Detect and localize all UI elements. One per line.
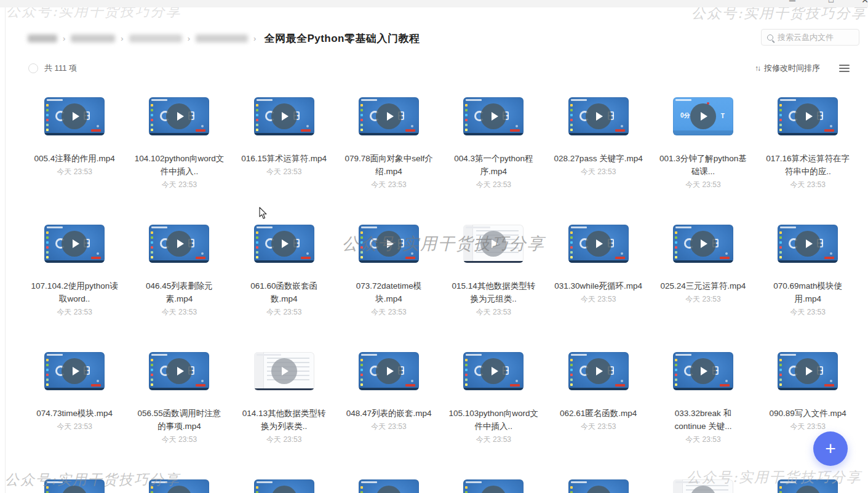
play-icon[interactable] (586, 231, 611, 257)
file-grid-item[interactable]: 005.4注释的作用.mp4 今天 23:53 (22, 97, 127, 225)
file-grid-item[interactable] (441, 479, 546, 493)
video-thumbnail[interactable] (673, 352, 733, 390)
video-thumbnail[interactable] (254, 352, 314, 390)
file-grid-item[interactable] (232, 479, 336, 493)
play-icon[interactable] (480, 103, 506, 129)
video-thumbnail[interactable] (778, 479, 838, 493)
file-grid-item[interactable]: 046.45列表删除元素.mp4 今天 23:53 (127, 225, 231, 352)
video-thumbnail[interactable] (149, 97, 209, 135)
file-grid-item[interactable]: 079.78面向对象中self介绍.mp4 今天 23:53 (336, 97, 441, 225)
video-thumbnail[interactable]: 0分 T (673, 97, 733, 135)
file-grid-item[interactable]: 017.16算术运算符在字符串中的应.. 今天 23:53 (755, 97, 860, 225)
file-name[interactable]: 061.60函数嵌套函数.mp4 (239, 279, 329, 305)
video-thumbnail[interactable] (359, 97, 419, 135)
video-thumbnail[interactable] (463, 352, 524, 390)
play-icon[interactable] (62, 103, 87, 129)
play-icon[interactable] (586, 358, 611, 384)
file-grid-item[interactable]: 033.32break 和 continue 关键... 今天 23:53 (651, 352, 755, 479)
file-name[interactable]: 074.73time模块.mp4 (30, 407, 119, 420)
video-thumbnail[interactable] (149, 225, 209, 263)
file-grid-item[interactable]: 014.13其他数据类型转换为列表类.. 今天 23:53 (232, 352, 336, 479)
file-name[interactable]: 017.16算术运算符在字符串中的应.. (763, 152, 853, 178)
file-name[interactable]: 090.89写入文件.mp4 (763, 407, 853, 420)
file-name[interactable]: 070.69math模块使用.mp4 (763, 279, 853, 305)
file-grid-item[interactable] (336, 479, 441, 493)
file-grid-item[interactable]: 073.72datetime模块.mp4 今天 23:53 (336, 225, 441, 352)
add-file-fab-button[interactable]: + (813, 431, 848, 466)
file-name[interactable]: 001.3分钟了解python基础课... (658, 152, 748, 178)
play-icon[interactable] (480, 358, 506, 384)
file-name[interactable]: 016.15算术运算符.mp4 (239, 152, 329, 165)
file-grid-item[interactable]: 104.102python向word文件中插入.. 今天 23:53 (127, 97, 231, 225)
play-icon[interactable] (62, 231, 87, 257)
video-thumbnail[interactable] (44, 225, 105, 263)
video-thumbnail[interactable] (778, 225, 838, 263)
play-icon[interactable] (376, 486, 402, 493)
play-icon[interactable] (690, 103, 716, 129)
file-name[interactable]: 028.27pass 关键字.mp4 (554, 152, 643, 165)
file-grid-item[interactable]: 028.27pass 关键字.mp4 今天 23:53 (546, 97, 650, 225)
play-icon[interactable] (690, 231, 716, 257)
play-icon[interactable] (795, 358, 821, 384)
play-icon[interactable] (62, 358, 87, 384)
play-icon[interactable] (376, 103, 402, 129)
file-grid-item[interactable] (651, 479, 755, 493)
file-grid-item[interactable]: 031.30while死循环.mp4 今天 23:53 (546, 225, 650, 352)
file-grid-item[interactable]: 061.60函数嵌套函数.mp4 今天 23:53 (232, 225, 336, 352)
play-icon[interactable] (376, 358, 402, 384)
file-name[interactable]: 056.55函数调用时注意的事项.mp4 (134, 407, 224, 433)
file-grid-item[interactable]: 074.73time模块.mp4 今天 23:53 (22, 352, 127, 479)
file-name[interactable]: 079.78面向对象中self介绍.mp4 (344, 152, 434, 178)
file-grid-item[interactable] (127, 479, 231, 493)
video-thumbnail[interactable] (359, 352, 419, 390)
video-thumbnail[interactable] (359, 479, 419, 493)
select-all-checkbox[interactable] (28, 63, 38, 73)
play-icon[interactable] (586, 103, 611, 129)
play-icon[interactable] (480, 486, 506, 493)
video-thumbnail[interactable] (778, 352, 838, 390)
file-name[interactable]: 048.47列表的嵌套.mp4 (344, 407, 434, 420)
file-grid-item[interactable]: 0分 T 001.3分钟了解python基础课... 今天 23:53 (651, 97, 755, 225)
video-thumbnail[interactable] (463, 225, 524, 263)
file-grid-item[interactable]: 105.103python向word文件中插入.. 今天 23:53 (441, 352, 546, 479)
play-icon[interactable] (795, 103, 821, 129)
video-thumbnail[interactable] (44, 479, 105, 493)
file-grid-item[interactable] (755, 479, 860, 493)
video-thumbnail[interactable] (673, 479, 733, 493)
video-thumbnail[interactable] (568, 479, 629, 493)
file-grid-item[interactable]: 070.69math模块使用.mp4 今天 23:53 (755, 225, 860, 352)
play-icon[interactable] (271, 231, 297, 257)
video-thumbnail[interactable] (568, 225, 629, 263)
breadcrumb-redacted-segment[interactable] (196, 34, 248, 42)
play-icon[interactable] (271, 103, 297, 129)
file-grid-item[interactable]: 016.15算术运算符.mp4 今天 23:53 (232, 97, 336, 225)
file-name[interactable]: 031.30while死循环.mp4 (554, 279, 643, 292)
video-thumbnail[interactable] (778, 97, 838, 135)
file-grid-item[interactable]: 048.47列表的嵌套.mp4 今天 23:53 (336, 352, 441, 479)
minimize-button[interactable]: ─ (786, 0, 799, 6)
video-thumbnail[interactable] (568, 97, 629, 135)
play-icon[interactable] (480, 231, 506, 257)
play-icon[interactable] (690, 358, 716, 384)
file-name[interactable]: 062.61匿名函数.mp4 (554, 407, 643, 420)
play-icon[interactable] (166, 103, 192, 129)
play-icon[interactable] (166, 231, 192, 257)
file-grid-item[interactable]: 004.3第一个python程序.mp4 今天 23:53 (441, 97, 546, 225)
video-thumbnail[interactable] (149, 352, 209, 390)
file-grid-item[interactable]: 107.104.2使用python读取word.. 今天 23:53 (22, 225, 127, 352)
file-grid-item[interactable]: 090.89写入文件.mp4 今天 23:53 (755, 352, 860, 479)
play-icon[interactable] (166, 486, 192, 493)
play-icon[interactable] (586, 486, 611, 493)
breadcrumb-redacted-segment[interactable] (129, 34, 182, 42)
file-name[interactable]: 005.4注释的作用.mp4 (30, 152, 119, 165)
video-thumbnail[interactable] (254, 479, 314, 493)
video-thumbnail[interactable] (359, 225, 419, 263)
video-thumbnail[interactable] (254, 97, 314, 135)
file-name[interactable]: 104.102python向word文件中插入.. (134, 152, 224, 178)
play-icon[interactable] (376, 231, 402, 257)
video-thumbnail[interactable] (44, 352, 105, 390)
play-icon[interactable] (795, 231, 821, 257)
video-thumbnail[interactable] (568, 352, 629, 390)
play-icon[interactable] (690, 486, 716, 493)
breadcrumb-redacted-segment[interactable] (28, 34, 57, 42)
